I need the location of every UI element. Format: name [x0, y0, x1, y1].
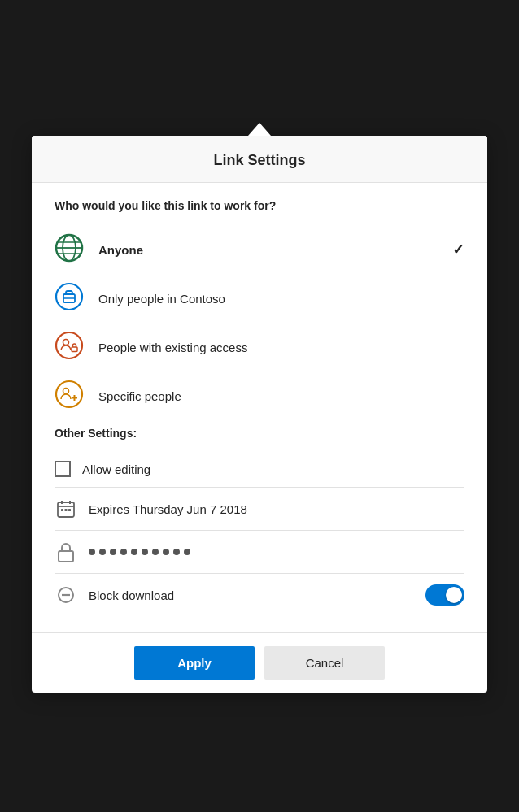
expires-row[interactable]: Expires Thursday Jun 7 2018: [55, 488, 464, 531]
allow-editing-row[interactable]: Allow editing: [55, 451, 464, 488]
password-dot: [99, 549, 106, 555]
contoso-label: Only people in Contoso: [98, 292, 464, 306]
apply-button[interactable]: Apply: [134, 646, 255, 680]
modal-body: Who would you like this link to work for…: [32, 183, 487, 632]
lock-icon: [55, 541, 77, 563]
cancel-button[interactable]: Cancel: [264, 646, 385, 680]
svg-rect-19: [61, 509, 63, 511]
password-dot: [163, 549, 169, 555]
password-dot: [142, 549, 148, 555]
toggle-thumb: [446, 587, 462, 603]
svg-point-9: [63, 340, 69, 345]
block-download-icon: [55, 584, 77, 606]
password-dot: [120, 549, 127, 555]
svg-rect-20: [65, 509, 68, 511]
modal-header: Link Settings: [32, 136, 487, 183]
allow-editing-checkbox[interactable]: [55, 461, 71, 477]
link-option-specific[interactable]: Specific people: [55, 371, 464, 420]
password-dot: [131, 549, 137, 555]
link-settings-modal: Link Settings Who would you like this li…: [32, 136, 487, 693]
svg-rect-21: [68, 509, 71, 511]
link-section-question: Who would you like this link to work for…: [55, 199, 464, 212]
block-download-row[interactable]: Block download: [55, 574, 464, 616]
password-row[interactable]: [55, 531, 464, 574]
link-option-anyone[interactable]: Anyone ✓: [55, 225, 464, 274]
svg-point-5: [56, 284, 82, 310]
block-download-toggle[interactable]: [425, 584, 464, 606]
password-dot: [110, 549, 116, 555]
link-option-existing[interactable]: People with existing access: [55, 323, 464, 371]
password-dots[interactable]: [89, 549, 190, 555]
svg-point-11: [56, 381, 82, 407]
password-dot: [152, 549, 159, 555]
existing-access-icon: [55, 331, 87, 363]
anyone-checkmark: ✓: [452, 241, 464, 258]
toggle-track: [425, 584, 464, 606]
modal-wrapper: Link Settings Who would you like this li…: [32, 136, 487, 693]
anyone-label: Anyone: [98, 243, 452, 257]
svg-point-8: [56, 332, 82, 358]
calendar-icon: [55, 497, 77, 520]
modal-title: Link Settings: [213, 152, 305, 168]
svg-rect-22: [59, 551, 73, 562]
password-dot: [89, 549, 95, 555]
specific-people-label: Specific people: [98, 389, 464, 403]
allow-editing-label: Allow editing: [82, 462, 464, 476]
specific-people-icon: [55, 380, 87, 412]
password-dot: [173, 549, 180, 555]
expires-label: Expires Thursday Jun 7 2018: [89, 502, 464, 516]
modal-caret: [248, 123, 271, 136]
other-settings-label: Other Settings:: [55, 427, 464, 440]
svg-rect-10: [72, 347, 77, 352]
password-dot: [184, 549, 190, 555]
anyone-icon: [55, 233, 87, 266]
existing-access-label: People with existing access: [98, 341, 464, 354]
link-option-contoso[interactable]: Only people in Contoso: [55, 274, 464, 323]
contoso-icon: [55, 282, 87, 315]
block-download-label: Block download: [89, 588, 425, 602]
svg-point-12: [63, 389, 69, 394]
modal-footer: Apply Cancel: [32, 632, 487, 693]
